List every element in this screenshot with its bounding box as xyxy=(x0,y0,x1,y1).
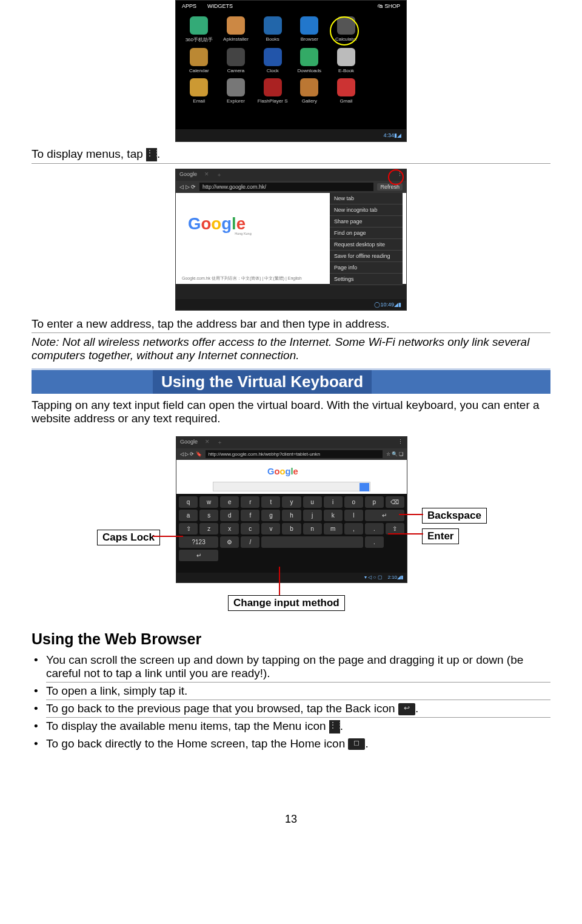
key-a: a xyxy=(179,510,198,521)
key-↵: ↵ xyxy=(365,510,404,521)
app-ApkInstaller: ApkInstaller xyxy=(219,16,253,43)
bullet-back: To go back to the previous page that you… xyxy=(46,700,550,718)
app-E-Book: E-Book xyxy=(329,48,364,73)
browser-menu-screenshot: Google ✕ ＋ ⋮ ◁ ▷ ⟳ http://www.google.com… xyxy=(175,169,407,311)
app-Explorer: Explorer xyxy=(219,78,253,104)
key-q: q xyxy=(179,496,198,508)
key-⇧: ⇧ xyxy=(179,523,198,535)
callout-caps-lock: Caps Lock xyxy=(97,530,160,545)
keyboard-screenshot: Google ✕ ＋ ⋮ ◁ ▷ ⟳ 🔖 http://www.google.c… xyxy=(176,436,407,583)
tab-widgets: WIDGETS xyxy=(207,3,233,9)
key-c: c xyxy=(241,523,259,535)
key-s: s xyxy=(199,510,218,521)
key-.: . xyxy=(365,523,384,535)
key-p: p xyxy=(365,496,384,508)
app-Clock: Clock xyxy=(255,48,290,73)
key-k: k xyxy=(324,510,343,521)
key-/: / xyxy=(241,536,259,548)
key-↵: ↵ xyxy=(179,550,218,561)
subhead-browser: Using the Web Browser xyxy=(32,630,550,648)
key-v: v xyxy=(261,523,280,535)
bullet-link: To open a link, simply tap it. xyxy=(46,683,550,700)
menu-item: Save for offline reading xyxy=(330,251,403,262)
section-virtual-keyboard: Using the Virtual Keyboard xyxy=(32,368,550,394)
callout-change-input: Change input method xyxy=(228,595,345,611)
app-FlashPlayer S: FlashPlayer S xyxy=(255,78,290,104)
shop-link: 🛍 SHOP xyxy=(378,3,400,9)
key-o: o xyxy=(344,496,363,508)
key-  xyxy=(261,536,363,548)
tab-google: Google xyxy=(179,171,197,179)
tab-apps: APPS xyxy=(182,3,196,9)
app-360手机助手: 360手机助手 xyxy=(182,16,216,43)
menu-item: Share page xyxy=(330,216,403,228)
app-Downloads: Downloads xyxy=(292,48,327,73)
app-Email: Email xyxy=(182,78,216,104)
bullet-home: To go back directly to the Home screen, … xyxy=(46,735,550,752)
svg-text:Google: Google xyxy=(267,467,298,476)
app-Calendar: Calendar xyxy=(182,48,216,73)
browser-context-menu: New tabNew incognito tabShare pageFind o… xyxy=(330,193,403,285)
app-Gallery: Gallery xyxy=(292,78,327,104)
key-u: u xyxy=(303,496,322,508)
browser-bullets: You can scroll the screen up and down by… xyxy=(32,652,550,752)
key-h: h xyxy=(282,510,301,521)
key-j: j xyxy=(303,510,322,521)
overflow-icon: ⋮⋮ xyxy=(146,148,157,161)
menu-item: Settings xyxy=(330,274,403,285)
bullet-menu: To display the available menu items, tap… xyxy=(46,718,550,735)
app-Browser: Browser xyxy=(292,16,327,43)
app-blank xyxy=(366,48,400,73)
key-⌫: ⌫ xyxy=(386,496,404,508)
key-f: f xyxy=(241,510,259,521)
key-i: i xyxy=(324,496,343,508)
home-icon: ◻ xyxy=(348,738,365,750)
bullet-scroll: You can scroll the screen up and down by… xyxy=(46,652,550,683)
status-bar: ▾ ◁ ○ ▢ 2:10 ◢▮ xyxy=(176,573,407,582)
app-Books: Books xyxy=(255,16,290,43)
text-enter-address: To enter a new address, tap the address … xyxy=(32,315,550,333)
key-m: m xyxy=(324,523,343,535)
text-display-menus: To display menus, tap ⋮⋮. xyxy=(32,146,550,164)
key-g: g xyxy=(261,510,280,521)
key-y: y xyxy=(282,496,301,508)
menu-item: Request desktop site xyxy=(330,239,403,251)
address-bar: http://www.google.com.hk/ xyxy=(199,183,373,191)
status-bar: ◯ 10:49 ◢▮ xyxy=(176,299,406,310)
key-?123: ?123 xyxy=(179,536,218,548)
footer-links: Google.com.hk 使用下列语言：中文(简体) | 中文(繁體) | E… xyxy=(182,275,302,282)
key-r: r xyxy=(241,496,259,508)
key-l: l xyxy=(344,510,363,521)
back-icon: ↩ xyxy=(398,703,415,715)
note-text: Note: Not all wireless networks offer ac… xyxy=(32,333,550,368)
key-b: b xyxy=(282,523,301,535)
svg-text:Google: Google xyxy=(188,214,246,233)
key-z: z xyxy=(199,523,218,535)
menu-highlight-circle xyxy=(388,169,404,185)
app-blank xyxy=(366,16,400,43)
callout-backspace: Backspace xyxy=(422,508,487,524)
key-x: x xyxy=(220,523,239,535)
app-blank xyxy=(366,78,400,104)
app-Gmail: Gmail xyxy=(329,78,364,104)
status-bar: 4:34 ▮◢ xyxy=(176,129,406,141)
key-⚙: ⚙ xyxy=(220,536,239,548)
menu-item: New incognito tab xyxy=(330,204,403,216)
google-logo-small: Google xyxy=(267,465,316,481)
menu-item: Page info xyxy=(330,262,403,274)
key-t: t xyxy=(261,496,280,508)
menu-icon: ⋮⋮ xyxy=(329,720,340,733)
app-Camera: Camera xyxy=(219,48,253,73)
google-logo: Google Hong Kong xyxy=(188,211,279,242)
key-e: e xyxy=(220,496,239,508)
key-d: d xyxy=(220,510,239,521)
browser-highlight-circle xyxy=(330,16,359,46)
menu-item: Find on page xyxy=(330,228,403,239)
callout-enter: Enter xyxy=(422,528,459,544)
page-number: 13 xyxy=(32,813,550,826)
key-w: w xyxy=(199,496,218,508)
key-n: n xyxy=(303,523,322,535)
key-.: . xyxy=(365,536,384,548)
key-,: , xyxy=(344,523,363,535)
apps-screenshot: APPS WIDGETS 🛍 SHOP 360手机助手ApkInstallerB… xyxy=(175,0,407,142)
